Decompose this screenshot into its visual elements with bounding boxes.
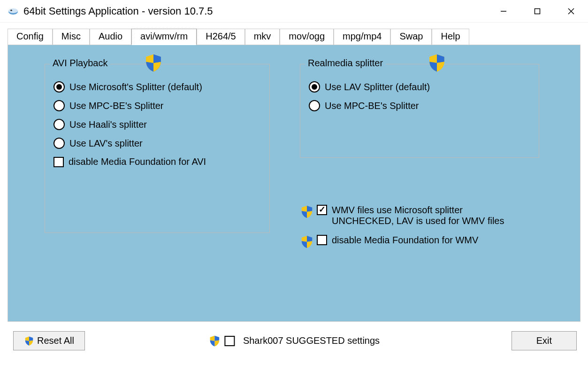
checkbox-indicator xyxy=(317,235,327,245)
radio-label: Use Haali's splitter xyxy=(69,119,147,130)
tab-help[interactable]: Help xyxy=(432,29,469,45)
radio-rm-mpcbe[interactable]: Use MPC-BE's Splitter xyxy=(309,100,530,111)
tab-label: mkv xyxy=(254,31,271,41)
shield-icon xyxy=(24,336,34,346)
checkbox-suggested-settings[interactable]: Shark007 SUGGESTED settings xyxy=(208,335,380,347)
app-icon xyxy=(8,7,19,16)
checkbox-label: disable Media Foundation for WMV xyxy=(332,235,478,246)
tab-swap[interactable]: Swap xyxy=(390,29,432,45)
radio-label: Use LAV Splitter (default) xyxy=(325,82,430,93)
tab-label: H264/5 xyxy=(206,31,236,41)
close-button[interactable] xyxy=(554,0,588,22)
exit-button[interactable]: Exit xyxy=(512,331,577,350)
tab-label: Misc xyxy=(61,31,81,41)
checkbox-label: Shark007 SUGGESTED settings xyxy=(243,335,380,346)
radio-indicator xyxy=(53,81,65,93)
checkbox-sublabel: UNCHECKED, LAV is used for WMV files xyxy=(332,216,504,226)
radio-label: Use Microsoft's Splitter (default) xyxy=(69,82,202,93)
tab-misc[interactable]: Misc xyxy=(53,29,90,45)
tab-bar: Config Misc Audio avi/wmv/rm H264/5 mkv … xyxy=(0,23,588,45)
svg-point-1 xyxy=(8,8,18,13)
radio-label: Use MPC-BE's Splitter xyxy=(325,101,419,111)
radio-avi-mpcbe[interactable]: Use MPC-BE's Splitter xyxy=(53,100,261,111)
radio-indicator xyxy=(53,119,65,130)
tab-audio[interactable]: Audio xyxy=(90,29,131,45)
shield-icon xyxy=(300,205,314,219)
tab-label: mpg/mp4 xyxy=(343,31,382,41)
maximize-button[interactable] xyxy=(520,0,554,22)
tab-avi-wmv-rm[interactable]: avi/wmv/rm xyxy=(131,29,197,45)
groupbox-avi-playback: AVI Playback Use Microsoft's Splitter (d… xyxy=(45,64,270,233)
tab-mkv[interactable]: mkv xyxy=(245,29,280,45)
checkbox-disable-mf-avi[interactable]: disable Media Foundation for AVI xyxy=(53,156,261,167)
groupbox-realmedia: Realmedia splitter Use LAV Splitter (def… xyxy=(300,64,539,158)
shield-icon xyxy=(427,53,447,73)
checkbox-indicator xyxy=(317,205,327,215)
tab-h264[interactable]: H264/5 xyxy=(197,29,245,45)
checkbox-wmv-ms-splitter[interactable]: WMV files use Microsoft splitter UNCHECK… xyxy=(300,205,563,226)
titlebar: 64bit Settings Application - version 10.… xyxy=(0,0,588,23)
tab-config[interactable]: Config xyxy=(8,29,53,45)
radio-indicator xyxy=(309,81,320,93)
button-label: Reset All xyxy=(37,335,74,346)
window-title: 64bit Settings Application - version 10.… xyxy=(23,5,487,17)
checkbox-label: WMV files use Microsoft splitter xyxy=(332,205,504,216)
shield-icon xyxy=(144,53,163,73)
radio-rm-lav[interactable]: Use LAV Splitter (default) xyxy=(309,81,530,93)
radio-avi-lav[interactable]: Use LAV's splitter xyxy=(53,138,261,149)
groupbox-legend: AVI Playback xyxy=(50,58,110,69)
checkbox-indicator xyxy=(224,336,235,346)
wmv-options: WMV files use Microsoft splitter UNCHECK… xyxy=(300,205,563,257)
tab-label: Help xyxy=(441,31,460,41)
tab-label: avi/wmv/rm xyxy=(140,31,188,41)
groupbox-legend: Realmedia splitter xyxy=(305,58,386,69)
svg-point-2 xyxy=(10,9,12,11)
radio-avi-haali[interactable]: Use Haali's splitter xyxy=(53,119,261,130)
shield-icon xyxy=(208,335,221,347)
radio-avi-microsoft[interactable]: Use Microsoft's Splitter (default) xyxy=(53,81,261,93)
radio-indicator xyxy=(53,100,65,111)
tab-label: Audio xyxy=(99,31,122,41)
checkbox-disable-mf-wmv[interactable]: disable Media Foundation for WMV xyxy=(300,235,563,249)
svg-rect-4 xyxy=(535,8,540,14)
reset-all-button[interactable]: Reset All xyxy=(13,331,85,350)
button-label: Exit xyxy=(536,335,552,346)
tab-label: Config xyxy=(16,31,44,41)
tab-label: Swap xyxy=(399,31,423,41)
radio-indicator xyxy=(53,138,65,149)
tab-mov-ogg[interactable]: mov/ogg xyxy=(280,29,334,45)
tab-label: mov/ogg xyxy=(289,31,325,41)
shield-icon xyxy=(300,235,314,249)
checkbox-indicator xyxy=(53,157,64,167)
tab-panel-avi-wmv-rm: AVI Playback Use Microsoft's Splitter (d… xyxy=(8,45,580,322)
radio-label: Use MPC-BE's Splitter xyxy=(69,101,164,111)
window-controls xyxy=(487,0,588,22)
footer: Reset All Shark007 SUGGESTED settings Ex… xyxy=(0,326,588,355)
tab-mpg-mp4[interactable]: mpg/mp4 xyxy=(334,29,390,45)
checkbox-label: disable Media Foundation for AVI xyxy=(69,156,206,167)
minimize-button[interactable] xyxy=(487,0,520,22)
radio-indicator xyxy=(309,100,320,111)
radio-label: Use LAV's splitter xyxy=(69,138,143,149)
